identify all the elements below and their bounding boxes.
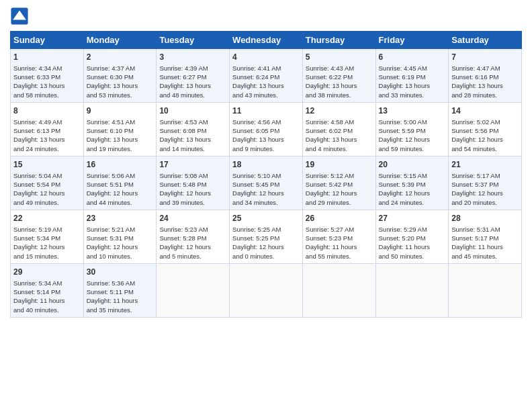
day-number: 8 — [13, 105, 81, 117]
day-info-line: and 10 minutes. — [87, 253, 132, 260]
day-info-line: Sunrise: 4:41 AM — [232, 64, 281, 72]
day-info-line: Sunrise: 4:58 AM — [306, 118, 354, 126]
day-info-line: Sunset: 5:37 PM — [451, 181, 498, 188]
col-header-tuesday: Tuesday — [157, 32, 230, 49]
day-info-line: Sunset: 5:59 PM — [379, 127, 426, 134]
calendar-table: SundayMondayTuesdayWednesdayThursdayFrid… — [10, 31, 522, 318]
cell-week4-day3: 24Sunrise: 5:23 AMSunset: 5:28 PMDayligh… — [157, 210, 230, 263]
day-info-line: and 35 minutes. — [87, 306, 132, 314]
day-info-line: Daylight: 12 hours — [87, 189, 138, 197]
day-info-line: and 20 minutes. — [451, 199, 497, 206]
day-info-line: Sunrise: 5:19 AM — [13, 226, 62, 233]
week-row-3: 15Sunrise: 5:04 AMSunset: 5:54 PMDayligh… — [11, 156, 522, 210]
day-info-line: and 19 minutes. — [87, 145, 132, 152]
day-info-line: Sunset: 5:25 PM — [232, 234, 279, 242]
day-number: 15 — [13, 159, 81, 171]
cell-week2-day2: 9Sunrise: 4:51 AMSunset: 6:10 PMDaylight… — [83, 102, 157, 156]
day-number: 25 — [232, 213, 300, 224]
day-info-line: Sunrise: 4:51 AM — [87, 118, 135, 126]
day-info-line: Daylight: 13 hours — [451, 82, 503, 89]
cell-week3-day4: 18Sunrise: 5:10 AMSunset: 5:45 PMDayligh… — [230, 156, 303, 210]
day-info-line: and 39 minutes. — [159, 199, 205, 206]
day-info-line: Sunset: 6:33 PM — [13, 73, 60, 81]
cell-week3-day1: 15Sunrise: 5:04 AMSunset: 5:54 PMDayligh… — [11, 156, 84, 210]
cell-week5-day5 — [302, 263, 375, 317]
day-info-line: Sunrise: 4:43 AM — [306, 64, 354, 72]
day-number: 17 — [159, 159, 226, 171]
day-info-line: Daylight: 13 hours — [159, 82, 211, 89]
day-info-line: Sunset: 5:11 PM — [87, 288, 134, 295]
day-info-line: Daylight: 12 hours — [159, 243, 211, 250]
day-info-line: and 48 minutes. — [159, 91, 205, 99]
day-info-line: Daylight: 13 hours — [232, 82, 284, 89]
page-container: SundayMondayTuesdayWednesdayThursdayFrid… — [0, 0, 532, 324]
cell-week4-day1: 22Sunrise: 5:19 AMSunset: 5:34 PMDayligh… — [11, 210, 84, 263]
day-info-line: Daylight: 13 hours — [306, 82, 357, 89]
day-info-line: Daylight: 12 hours — [159, 189, 211, 197]
day-info-line: and 45 minutes. — [451, 253, 497, 260]
day-info-line: Sunset: 6:02 PM — [306, 127, 353, 134]
cell-week3-day7: 21Sunrise: 5:17 AMSunset: 5:37 PMDayligh… — [449, 156, 522, 210]
day-number: 13 — [379, 105, 446, 117]
day-info-line: Daylight: 12 hours — [451, 189, 503, 197]
day-info-line: Sunset: 5:14 PM — [13, 288, 60, 295]
day-info-line: and 53 minutes. — [87, 91, 132, 99]
day-info-line: and 44 minutes. — [87, 199, 132, 206]
day-number: 22 — [13, 213, 81, 224]
day-number: 30 — [87, 267, 154, 278]
day-info-line: Sunset: 6:08 PM — [159, 127, 206, 134]
day-info-line: Sunrise: 5:36 AM — [87, 279, 135, 287]
cell-week4-day6: 27Sunrise: 5:29 AMSunset: 5:20 PMDayligh… — [375, 210, 449, 263]
day-number: 1 — [13, 52, 81, 63]
day-info-line: and 58 minutes. — [13, 91, 59, 99]
cell-week3-day3: 17Sunrise: 5:08 AMSunset: 5:48 PMDayligh… — [157, 156, 230, 210]
day-info-line: Sunrise: 4:37 AM — [87, 64, 135, 72]
day-number: 9 — [87, 105, 154, 117]
day-number: 5 — [306, 52, 373, 63]
col-header-sunday: Sunday — [11, 32, 84, 49]
day-number: 27 — [379, 213, 446, 224]
day-info-line: Sunset: 5:31 PM — [87, 234, 134, 242]
cell-week1-day3: 3Sunrise: 4:39 AMSunset: 6:27 PMDaylight… — [157, 49, 230, 103]
day-info-line: Sunset: 5:45 PM — [232, 181, 279, 188]
day-info-line: Sunset: 6:24 PM — [232, 73, 279, 81]
cell-week5-day2: 30Sunrise: 5:36 AMSunset: 5:11 PMDayligh… — [83, 263, 157, 317]
day-number: 4 — [232, 52, 300, 63]
cell-week3-day5: 19Sunrise: 5:12 AMSunset: 5:42 PMDayligh… — [302, 156, 375, 210]
day-info-line: Daylight: 11 hours — [306, 243, 357, 250]
day-info-line: Sunrise: 5:34 AM — [13, 279, 62, 287]
day-info-line: and 38 minutes. — [306, 91, 351, 99]
day-number: 14 — [451, 105, 519, 117]
cell-week3-day2: 16Sunrise: 5:06 AMSunset: 5:51 PMDayligh… — [83, 156, 157, 210]
cell-week1-day7: 7Sunrise: 4:47 AMSunset: 6:16 PMDaylight… — [449, 49, 522, 103]
header-row: SundayMondayTuesdayWednesdayThursdayFrid… — [11, 32, 522, 49]
cell-week5-day6 — [375, 263, 449, 317]
day-info-line: Daylight: 11 hours — [13, 297, 65, 304]
day-info-line: Sunset: 5:56 PM — [451, 127, 498, 134]
day-number: 16 — [87, 159, 154, 171]
cell-week2-day3: 10Sunrise: 4:53 AMSunset: 6:08 PMDayligh… — [157, 102, 230, 156]
day-info-line: Sunrise: 4:56 AM — [232, 118, 281, 126]
week-row-5: 29Sunrise: 5:34 AMSunset: 5:14 PMDayligh… — [11, 263, 522, 317]
week-row-1: 1Sunrise: 4:34 AMSunset: 6:33 PMDaylight… — [11, 49, 522, 103]
day-info-line: and 33 minutes. — [379, 91, 425, 99]
day-info-line: Sunset: 6:19 PM — [379, 73, 426, 81]
day-info-line: Sunrise: 5:27 AM — [306, 226, 354, 233]
day-info-line: Daylight: 13 hours — [159, 136, 211, 143]
day-info-line: and 0 minutes. — [232, 253, 274, 260]
cell-week4-day7: 28Sunrise: 5:31 AMSunset: 5:17 PMDayligh… — [449, 210, 522, 263]
logo-icon — [10, 7, 29, 26]
day-info-line: Sunrise: 5:15 AM — [379, 172, 427, 179]
day-info-line: Sunrise: 5:04 AM — [13, 172, 62, 179]
day-info-line: Sunrise: 5:29 AM — [379, 226, 427, 233]
day-info-line: and 49 minutes. — [13, 199, 59, 206]
day-info-line: Daylight: 12 hours — [379, 189, 431, 197]
day-info-line: and 34 minutes. — [232, 199, 278, 206]
cell-week2-day1: 8Sunrise: 4:49 AMSunset: 6:13 PMDaylight… — [11, 102, 84, 156]
day-info-line: and 43 minutes. — [232, 91, 278, 99]
day-number: 26 — [306, 213, 373, 224]
cell-week1-day1: 1Sunrise: 4:34 AMSunset: 6:33 PMDaylight… — [11, 49, 84, 103]
day-info-line: Daylight: 12 hours — [306, 189, 357, 197]
day-info-line: Daylight: 13 hours — [87, 82, 138, 89]
day-number: 10 — [159, 105, 226, 117]
